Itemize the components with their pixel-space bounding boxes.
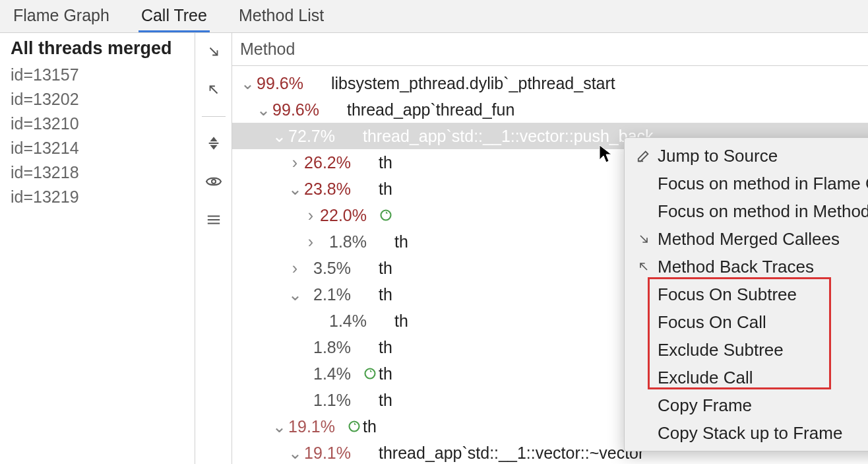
chevron-right-icon[interactable]: › (303, 206, 318, 225)
chevron-down-icon[interactable]: ⌄ (240, 74, 255, 93)
percent-value: 19.1% (302, 444, 361, 463)
percent-value: 23.8% (302, 180, 361, 199)
chevron-down-icon[interactable]: ⌄ (288, 285, 302, 304)
menu-jump-to-source[interactable]: Jump to Source ⌘↓ (625, 142, 868, 170)
arrow-up-left-icon (634, 260, 654, 273)
chevron-down-icon[interactable]: ⌄ (256, 100, 270, 119)
recursive-icon (361, 367, 379, 380)
method-name: th (394, 232, 408, 251)
method-name: th (379, 338, 392, 357)
arrow-up-left-icon[interactable] (202, 78, 226, 102)
method-name: th (394, 312, 408, 331)
tab-method-list[interactable]: Method List (236, 0, 326, 32)
percent-value: 3.5% (302, 259, 361, 278)
menu-item-label: Method Back Traces (658, 257, 868, 277)
tree-row[interactable]: ⌄99.6%thread_app`thread_fun (232, 96, 868, 123)
menu-focus-call[interactable]: Focus On Call (625, 308, 868, 336)
percent-value: 99.6% (255, 74, 314, 93)
hamburger-icon[interactable] (202, 208, 226, 232)
menu-item-label: Copy Stack up to Frame (658, 423, 868, 444)
tree-toolstrip (195, 33, 232, 464)
thread-item[interactable]: id=13202 (11, 87, 195, 112)
menu-item-label: Focus On Subtree (658, 284, 868, 305)
percent-value: 1.4% (318, 312, 377, 331)
menu-item-label: Focus on method in Flame Graph (658, 174, 868, 194)
percent-value: 99.6% (270, 100, 330, 119)
method-name: th (379, 180, 392, 199)
tree-header-method[interactable]: Method (232, 33, 868, 66)
menu-focus-subtree[interactable]: Focus On Subtree (625, 281, 868, 308)
chevron-right-icon[interactable]: › (288, 259, 302, 278)
percent-value: 2.1% (302, 285, 361, 304)
thread-item[interactable]: id=13210 (11, 112, 195, 136)
menu-item-label: Focus On Call (658, 312, 868, 333)
method-name: th (379, 285, 392, 304)
menu-exclude-call[interactable]: Exclude Call (625, 364, 868, 391)
threads-sidebar: All threads merged id=13157 id=13202 id=… (0, 33, 195, 464)
menu-item-label: Copy Frame (658, 395, 868, 416)
call-tree-area: Method ⌄99.6%libsystem_pthread.dylib`_pt… (232, 33, 868, 464)
method-name: thread_app`std::__1::vector::~vector (379, 444, 644, 463)
chevron-down-icon[interactable]: ⌄ (272, 127, 286, 146)
method-name: th (379, 259, 392, 278)
edit-icon (634, 149, 654, 163)
menu-item-label: Jump to Source (658, 146, 868, 166)
method-name: th (379, 364, 392, 383)
profiler-tabs: Flame Graph Call Tree Method List (0, 0, 868, 33)
chevron-right-icon[interactable]: › (303, 232, 318, 251)
menu-item-label: Method Merged Callees (658, 229, 868, 249)
tab-flame-graph[interactable]: Flame Graph (11, 0, 112, 32)
menu-item-label: Exclude Call (658, 368, 868, 388)
thread-item[interactable]: id=13218 (11, 160, 195, 185)
tab-call-tree[interactable]: Call Tree (139, 0, 210, 32)
thread-item[interactable]: id=13214 (11, 136, 195, 160)
arrow-down-right-icon (634, 232, 654, 246)
percent-value: 19.1% (286, 417, 346, 436)
method-name: th (379, 391, 392, 410)
eye-icon[interactable] (202, 170, 226, 193)
recursive-icon (346, 420, 363, 433)
collapse-vertical-icon[interactable] (202, 131, 226, 155)
percent-value: 1.1% (302, 391, 361, 410)
method-name: th (363, 417, 377, 436)
percent-value: 1.4% (302, 364, 361, 383)
sidebar-title: All threads merged (11, 38, 195, 59)
method-name: th (379, 153, 392, 172)
menu-focus-flame-graph[interactable]: Focus on method in Flame Graph (625, 170, 868, 197)
percent-value: 26.2% (302, 153, 361, 172)
menu-exclude-subtree[interactable]: Exclude Subtree (625, 336, 868, 364)
chevron-down-icon[interactable]: ⌄ (288, 180, 302, 199)
svg-point-0 (212, 180, 216, 183)
method-name: thread_app`thread_fun (347, 100, 514, 119)
tree-row[interactable]: ⌄99.6%libsystem_pthread.dylib`_pthread_s… (232, 70, 868, 96)
context-menu: Jump to Source ⌘↓ Focus on method in Fla… (624, 137, 868, 451)
thread-item[interactable]: id=13157 (11, 63, 195, 87)
chevron-right-icon[interactable]: › (288, 153, 302, 172)
menu-item-label: Focus on method in Method List (658, 201, 868, 222)
method-name: libsystem_pthread.dylib`_pthread_start (331, 74, 615, 93)
menu-back-traces[interactable]: Method Back Traces (625, 253, 868, 281)
arrow-down-right-icon[interactable] (202, 40, 226, 63)
recursive-icon (377, 209, 394, 222)
menu-focus-method-list[interactable]: Focus on method in Method List (625, 197, 868, 225)
menu-item-label: Exclude Subtree (658, 340, 868, 360)
percent-value: 22.0% (318, 206, 377, 225)
percent-value: 1.8% (302, 338, 361, 357)
menu-copy-frame[interactable]: Copy Frame ⌘C (625, 391, 868, 419)
menu-copy-stack[interactable]: Copy Stack up to Frame (625, 419, 868, 447)
chevron-down-icon[interactable]: ⌄ (272, 417, 286, 436)
chevron-down-icon[interactable]: ⌄ (288, 444, 302, 463)
percent-value: 72.7% (286, 127, 346, 146)
percent-value: 1.8% (318, 232, 377, 251)
method-name: thread_app`std::__1::vector::push_back (363, 127, 654, 146)
thread-item[interactable]: id=13219 (11, 185, 195, 209)
menu-merged-callees[interactable]: Method Merged Callees (625, 225, 868, 253)
